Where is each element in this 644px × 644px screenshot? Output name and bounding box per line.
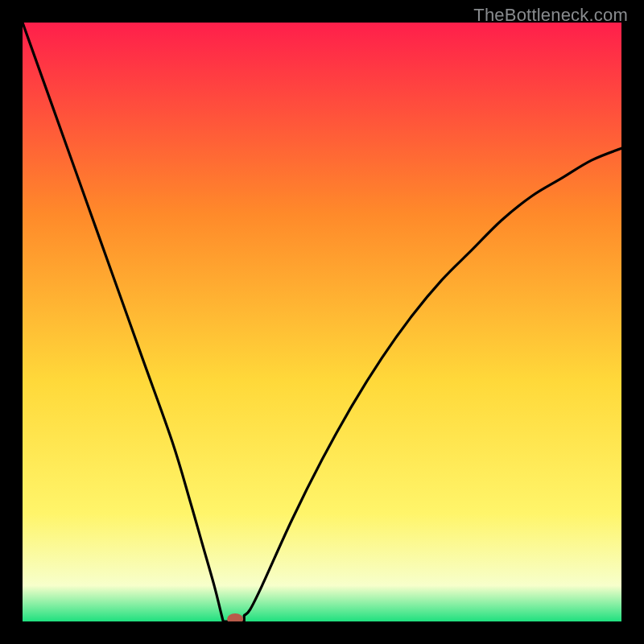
chart-background	[23, 23, 621, 621]
plot-area	[23, 23, 621, 621]
chart-frame: TheBottleneck.com	[0, 0, 644, 644]
chart-svg	[23, 23, 621, 621]
watermark-label: TheBottleneck.com	[473, 5, 628, 26]
